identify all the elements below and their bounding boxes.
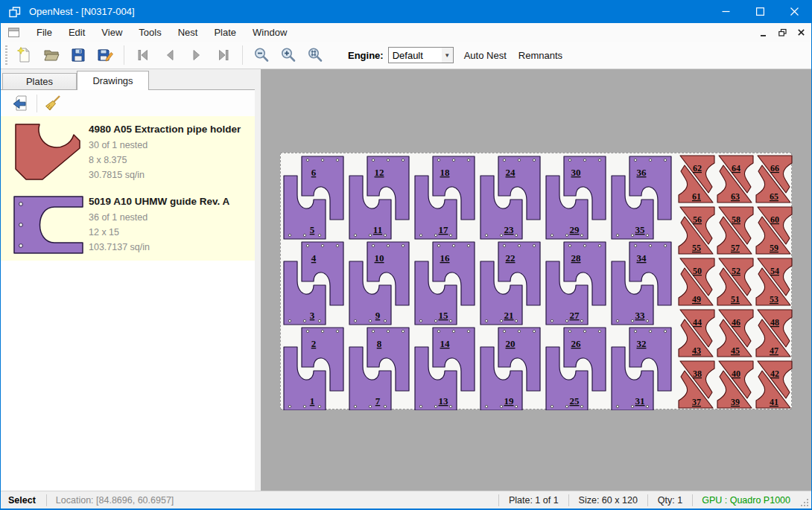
part-number: 25 — [570, 395, 580, 407]
drawings-toolbar — [1, 90, 255, 116]
purple-part-pair[interactable]: 2728 — [546, 242, 606, 325]
purple-part-pair[interactable]: 1112 — [349, 156, 409, 239]
auto-nest-button[interactable]: Auto Nest — [458, 47, 513, 64]
purple-part-pair[interactable]: 3132 — [612, 328, 671, 410]
menu-window[interactable]: Window — [244, 23, 295, 42]
menu-view[interactable]: View — [93, 23, 130, 42]
part-hole — [372, 330, 374, 332]
tab-drawings[interactable]: Drawings — [77, 71, 149, 90]
save-as-button[interactable] — [94, 44, 116, 66]
part-hole — [634, 244, 636, 246]
go-first-button[interactable] — [132, 44, 154, 66]
new-document-button[interactable] — [13, 44, 36, 66]
part-hole — [288, 234, 291, 236]
drawing-item-2[interactable]: 5019 A10 UHMW guide Rev. A 36 of 1 neste… — [1, 188, 255, 261]
sidebar: Plates Drawings — [1, 69, 261, 491]
part-number: 64 — [732, 163, 740, 173]
purple-part-pair[interactable]: 78 — [349, 328, 409, 410]
remnants-button[interactable]: Remnants — [513, 47, 568, 64]
part-hole — [500, 405, 502, 407]
part-hole — [583, 244, 586, 246]
red-part-pair[interactable]: 5049 — [679, 258, 714, 305]
part-hole — [634, 159, 636, 161]
drawing-size: 8 x 8.375 — [89, 153, 241, 168]
red-part-pair[interactable]: 6463 — [717, 156, 753, 203]
mdi-close-button[interactable] — [793, 25, 809, 40]
part-hole — [419, 319, 422, 322]
engine-combobox[interactable]: Default ▼ — [388, 47, 454, 63]
purple-part-pair[interactable]: 34 — [284, 242, 343, 325]
menu-plate[interactable]: Plate — [206, 23, 244, 42]
plate[interactable]: 5634121112910781718151613142324212219202… — [280, 153, 792, 409]
toolbar-grip[interactable] — [5, 45, 7, 65]
minimize-icon — [722, 7, 730, 16]
mdi-restore-button[interactable] — [774, 25, 790, 40]
go-next-button[interactable] — [185, 44, 208, 66]
import-drawing-button[interactable] — [10, 92, 32, 115]
purple-part-pair[interactable]: 2324 — [480, 156, 540, 239]
status-mode: Select — [1, 495, 46, 506]
red-part-pair[interactable]: 4443 — [679, 310, 714, 357]
minimize-button[interactable] — [708, 0, 743, 23]
menu-nest[interactable]: Nest — [170, 23, 206, 42]
red-part-pair[interactable]: 5857 — [717, 207, 753, 254]
purple-part-pair[interactable]: 2930 — [546, 156, 606, 239]
nest-canvas[interactable]: 5634121112910781718151613142324212219202… — [261, 69, 811, 491]
tab-plates[interactable]: Plates — [2, 73, 77, 89]
red-part-pair[interactable]: 6059 — [756, 207, 792, 254]
status-plate: Plate: 1 of 1 — [499, 495, 568, 506]
mdi-minimize-button[interactable] — [755, 25, 772, 40]
part-number: 20 — [506, 338, 516, 349]
purple-part-pair[interactable]: 3334 — [612, 242, 671, 325]
part-hole — [664, 330, 666, 332]
drawing-item-1[interactable]: 4980 A05 Extraction pipe holder 30 of 1 … — [1, 116, 255, 188]
purple-part-pair[interactable]: 910 — [349, 242, 409, 325]
menu-edit[interactable]: Edit — [60, 23, 93, 42]
purple-part-pair[interactable]: 1516 — [415, 242, 475, 325]
red-part-pair[interactable]: 3837 — [679, 361, 714, 408]
purple-part-pair[interactable]: 2526 — [546, 328, 606, 410]
red-part-pair[interactable]: 5251 — [717, 258, 753, 305]
part-hole — [664, 244, 666, 246]
purple-part-pair[interactable]: 1718 — [415, 156, 475, 239]
zoom-in-button[interactable] — [277, 44, 299, 66]
mdi-document-icon — [7, 27, 21, 39]
tab-strip: Plates Drawings — [1, 69, 255, 90]
open-button[interactable] — [40, 44, 63, 66]
red-part-pair[interactable]: 4645 — [717, 310, 753, 357]
purple-part-pair[interactable]: 12 — [284, 328, 343, 410]
red-part-pair[interactable]: 6665 — [756, 156, 792, 203]
purple-part-pair[interactable]: 1920 — [480, 328, 540, 410]
red-part-pair[interactable]: 5655 — [679, 207, 714, 254]
menu-file[interactable]: File — [28, 23, 60, 42]
combo-dropdown-icon[interactable]: ▼ — [442, 48, 453, 63]
red-part-pair[interactable]: 4039 — [717, 361, 753, 408]
go-next-icon — [188, 46, 206, 64]
zoom-extents-button[interactable] — [304, 44, 326, 66]
red-part-pair[interactable]: 4241 — [756, 361, 792, 408]
purple-part-pair[interactable]: 3536 — [612, 156, 671, 239]
red-part-pair[interactable]: 4847 — [756, 310, 792, 357]
part-hole — [303, 234, 305, 236]
clean-drawings-button[interactable] — [42, 92, 64, 115]
save-button[interactable] — [67, 44, 89, 66]
part-number: 15 — [439, 310, 449, 321]
part-number: 62 — [693, 163, 702, 173]
maximize-button[interactable] — [743, 0, 777, 23]
purple-part-pair[interactable]: 2122 — [480, 242, 540, 325]
purple-part-pair[interactable]: 56 — [284, 156, 343, 239]
zoom-out-button[interactable] — [250, 44, 273, 66]
resize-grip[interactable] — [799, 491, 811, 509]
part-hole — [303, 319, 305, 322]
red-part-pair[interactable]: 5453 — [756, 258, 792, 305]
part-hole — [318, 405, 320, 407]
go-last-button[interactable] — [212, 44, 235, 66]
go-previous-button[interactable] — [159, 44, 181, 66]
part-number: 14 — [440, 338, 451, 349]
part-hole — [649, 330, 651, 332]
menu-tools[interactable]: Tools — [130, 23, 169, 42]
purple-part-pair[interactable]: 1314 — [415, 328, 475, 410]
part-hole — [533, 330, 535, 332]
close-button[interactable] — [777, 0, 811, 23]
red-part-pair[interactable]: 6261 — [679, 156, 714, 203]
